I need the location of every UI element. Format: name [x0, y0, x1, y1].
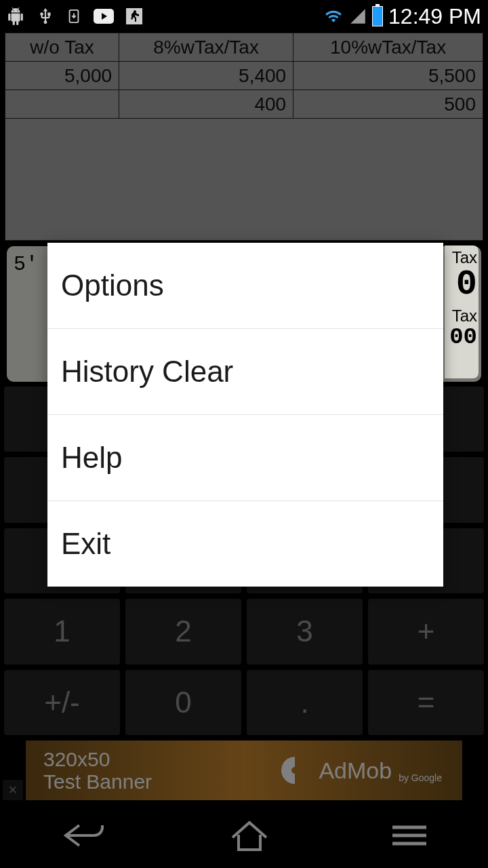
menu-item-exit[interactable]: Exit	[47, 501, 443, 587]
signal-icon	[349, 7, 367, 25]
tax-value: 0	[446, 267, 477, 302]
options-menu-dialog: Options History Clear Help Exit	[47, 243, 443, 587]
status-right: 12:49 PM	[323, 4, 481, 29]
clock: 12:49 PM	[388, 4, 481, 29]
android-icon	[7, 7, 24, 25]
tax-label: Tax	[446, 307, 477, 326]
menu-item-options[interactable]: Options	[47, 243, 443, 329]
display-right-edge: Tax 0 Tax 00	[445, 245, 479, 378]
status-bar: 12:49 PM	[0, 0, 488, 33]
tax-value: 00	[446, 326, 477, 349]
wifi-icon	[323, 7, 344, 25]
menu-item-help[interactable]: Help	[47, 415, 443, 501]
battery-icon	[372, 6, 383, 26]
download-icon	[66, 7, 81, 25]
running-app-icon	[126, 8, 142, 24]
status-left	[7, 7, 142, 25]
youtube-icon	[94, 9, 114, 24]
menu-item-history-clear[interactable]: History Clear	[47, 329, 443, 415]
usb-icon	[37, 7, 54, 25]
